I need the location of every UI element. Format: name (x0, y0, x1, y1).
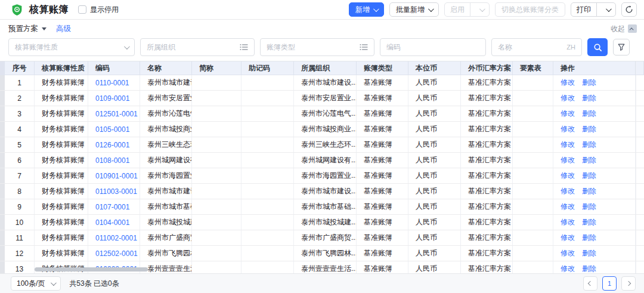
delete-link[interactable]: 删除 (582, 202, 596, 212)
cell-elements (513, 137, 553, 152)
cell-currency: 人民币 (408, 261, 461, 273)
edit-link[interactable]: 修改 (561, 109, 575, 119)
delete-link[interactable]: 删除 (582, 140, 596, 150)
edit-link[interactable]: 修改 (561, 248, 575, 258)
cell-name: 泰州城网建设有... (140, 153, 192, 168)
table-row[interactable]: 7财务核算账簿010901-0001泰州市海园置业...泰州市海园置业...基准… (0, 168, 644, 184)
edit-link[interactable]: 修改 (561, 140, 575, 150)
delete-link[interactable]: 删除 (582, 109, 596, 119)
table-row[interactable]: 8财务核算账簿011003-0001泰州市城市建设...泰州市城市建设...基准… (0, 184, 644, 199)
table-row[interactable]: 4财务核算账簿0105-0001泰州市城投商业...泰州市城投商业...基准账簿… (0, 122, 644, 137)
cell-rate-plan: 基准汇率方案 (461, 106, 513, 121)
table-row[interactable]: 12财务核算账簿012502-0001泰州市飞腾园林...泰州市飞腾园林...基… (0, 246, 644, 261)
code-link[interactable]: 012501-0001 (95, 110, 138, 118)
enable-dropdown-toggle[interactable] (470, 3, 489, 16)
edit-link[interactable]: 修改 (561, 93, 575, 103)
switch-ledger-class-button[interactable]: 切换总账账簿分类 (495, 2, 565, 17)
cell-nature: 财务核算账簿 (35, 153, 88, 168)
delete-link[interactable]: 删除 (582, 233, 596, 243)
code-link[interactable]: 0110-0001 (95, 79, 129, 87)
table-row[interactable]: 11财务核算账簿011002-0001泰州市广盛商贸...泰州市广盛商贸...基… (0, 230, 644, 246)
cell-mnemonic (242, 137, 294, 152)
search-button[interactable] (587, 38, 608, 56)
preset-scheme-dropdown[interactable]: 预置方案 (8, 24, 47, 34)
show-disabled-checkbox[interactable] (78, 5, 86, 14)
table-row[interactable]: 3财务核算账簿012501-0001泰州市沁莲电气...泰州市沁莲电气...基准… (0, 106, 644, 122)
cell-book-type: 基准账簿 (357, 75, 408, 90)
edit-link[interactable]: 修改 (561, 124, 575, 134)
edit-link[interactable]: 修改 (561, 78, 575, 88)
collapse-toggle[interactable]: 收起 (611, 24, 637, 34)
edit-link[interactable]: 修改 (561, 171, 575, 181)
delete-link[interactable]: 删除 (582, 264, 596, 273)
delete-link[interactable]: 删除 (582, 248, 596, 258)
refresh-button[interactable] (621, 2, 637, 17)
next-page-button[interactable] (621, 276, 636, 291)
batch-add-button[interactable]: 批量新增 (389, 2, 439, 17)
print-split-button[interactable]: 打印 (571, 2, 616, 17)
column-header: 要素表 (513, 61, 553, 75)
table-row[interactable]: 1财务核算账簿0110-0001泰州市城市建设...泰州市城市建设...基准账簿… (0, 75, 644, 91)
delete-link[interactable]: 删除 (582, 217, 596, 227)
code-link[interactable]: 0109-0001 (95, 94, 129, 103)
table-row[interactable]: 6财务核算账簿0108-0001泰州城网建设有...泰州城网建设有...基准账簿… (0, 153, 644, 168)
delete-link[interactable]: 删除 (582, 186, 596, 196)
horizontal-scrollbar[interactable] (35, 267, 148, 272)
edit-link[interactable]: 修改 (561, 264, 575, 273)
funnel-icon (617, 43, 626, 51)
edit-link[interactable]: 修改 (561, 186, 575, 196)
print-dropdown-toggle[interactable] (597, 3, 615, 16)
edit-link[interactable]: 修改 (561, 217, 575, 227)
code-link[interactable]: 012502-0001 (95, 249, 138, 258)
code-link[interactable]: 0105-0001 (95, 125, 129, 134)
code-link[interactable]: 0108-0001 (95, 156, 129, 165)
name-input[interactable]: 名称 ZH (491, 38, 582, 56)
enable-button[interactable]: 启用 (445, 3, 470, 16)
edit-link[interactable]: 修改 (561, 202, 575, 212)
list-picker-icon[interactable] (360, 44, 368, 51)
org-picker-input[interactable]: 所属组织 (140, 38, 255, 56)
delete-link[interactable]: 删除 (582, 124, 596, 134)
book-nature-select[interactable]: 核算账簿性质 (8, 38, 135, 56)
table-row[interactable]: 9财务核算账簿0107-0001泰州市城市基础...泰州市城市基础...基准账簿… (0, 199, 644, 215)
edit-link[interactable]: 修改 (561, 155, 575, 165)
code-link[interactable]: 0104-0001 (95, 218, 129, 227)
edit-link[interactable]: 修改 (561, 233, 575, 243)
table-row[interactable]: 5财务核算账簿0126-0001泰州三峡生态环...泰州三峡生态环...基准账簿… (0, 137, 644, 153)
filter-scheme-button[interactable] (613, 39, 630, 55)
show-disabled-checkbox-wrap[interactable]: 显示停用 (78, 5, 119, 15)
table-row[interactable]: 2财务核算账簿0109-0001泰州市安居置业...泰州市安居置业...基准账簿… (0, 91, 644, 106)
delete-link[interactable]: 删除 (582, 171, 596, 181)
cell-name: 泰州市城市建设... (140, 75, 192, 90)
advanced-link[interactable]: 高级 (56, 24, 71, 34)
cell-rate-plan: 基准汇率方案 (461, 184, 513, 199)
delete-link[interactable]: 删除 (582, 155, 596, 165)
book-type-picker-input[interactable]: 账簿类型 (260, 38, 374, 56)
add-button[interactable]: 新增 (349, 2, 384, 17)
print-button[interactable]: 打印 (571, 3, 596, 16)
chevron-down-icon (373, 6, 379, 12)
column-header: 外币汇率方案 (461, 61, 513, 75)
cell-org: 泰州市海园置业... (294, 168, 357, 183)
code-input[interactable]: 编码 (380, 38, 486, 56)
cell-org: 泰州市城投城建... (294, 215, 357, 230)
cell-abbr (192, 261, 242, 273)
page-size-select[interactable]: 100条/页 (11, 276, 61, 291)
enable-split-button[interactable]: 启用 (444, 2, 490, 17)
delete-link[interactable]: 删除 (582, 93, 596, 103)
code-link[interactable]: 011002-0001 (95, 234, 137, 242)
cell-actions: 修改删除 (553, 261, 636, 273)
cell-name: 泰州市城投城建... (140, 215, 192, 230)
code-link[interactable]: 011003-0001 (95, 187, 137, 196)
code-link[interactable]: 0126-0001 (95, 141, 129, 149)
page-number-button[interactable]: 1 (602, 276, 617, 291)
table-row[interactable]: 10财务核算账簿0104-0001泰州市城投城建...泰州市城投城建...基准账… (0, 215, 644, 230)
cell-currency: 人民币 (408, 122, 461, 137)
list-picker-icon[interactable] (240, 44, 248, 51)
cell-code: 0110-0001 (88, 75, 140, 90)
prev-page-button[interactable] (583, 276, 597, 291)
code-link[interactable]: 0107-0001 (95, 203, 129, 211)
delete-link[interactable]: 删除 (582, 78, 596, 88)
code-link[interactable]: 010901-0001 (95, 172, 138, 180)
cell-seq: 9 (5, 199, 35, 214)
